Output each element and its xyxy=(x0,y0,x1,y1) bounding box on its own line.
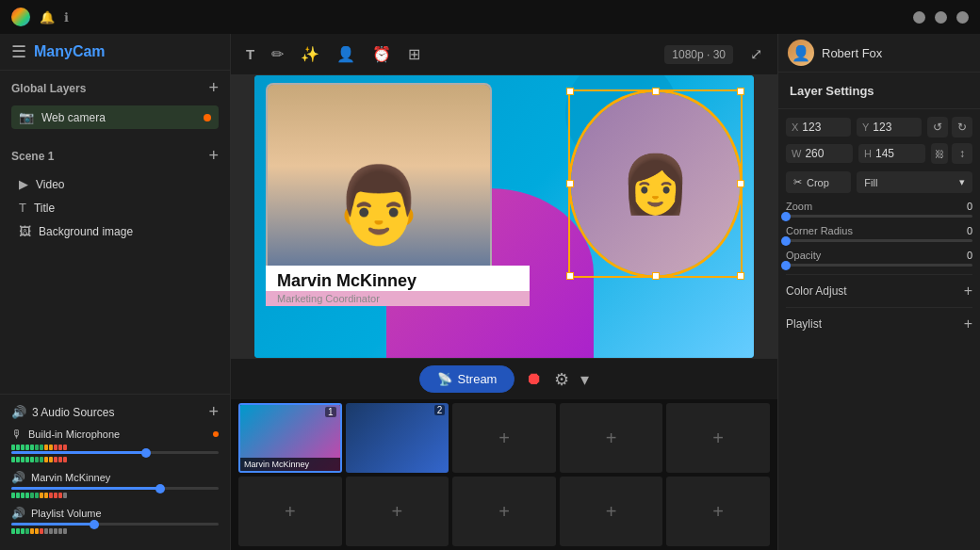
fill-chevron: ▾ xyxy=(959,176,965,188)
w-field[interactable]: W 260 xyxy=(786,144,853,163)
window-controls xyxy=(913,11,969,24)
stream-settings-icon[interactable]: ⚙ xyxy=(554,369,569,390)
y-field[interactable]: Y 123 xyxy=(857,118,922,137)
audio-section: 🔊 3 Audio Sources + 🎙 Build-in Microphon… xyxy=(0,394,230,550)
scene-thumb-5[interactable]: + xyxy=(666,403,770,473)
speaker-icon: 🔊 xyxy=(11,405,26,419)
xy-actions: ↺ ↻ xyxy=(927,117,972,138)
mic-volume-slider[interactable] xyxy=(11,451,219,454)
web-camera-layer[interactable]: 📷 Web camera xyxy=(11,105,219,129)
camera-icon: 📷 xyxy=(19,110,34,124)
marvin-audio-name: Marvin McKinney xyxy=(31,472,110,483)
maximize-button[interactable] xyxy=(935,11,947,24)
stream-expand-icon[interactable]: ▾ xyxy=(580,369,589,390)
add-scene-layer-button[interactable]: + xyxy=(208,146,219,166)
scene-thumb-4[interactable]: + xyxy=(560,403,663,473)
color-adjust-label: Color Adjust xyxy=(786,284,847,298)
scene-thumb-9[interactable]: + xyxy=(560,477,663,546)
x-value: 123 xyxy=(802,121,845,134)
add-scene-3-icon: + xyxy=(498,428,510,449)
scene-thumb-2-number: 2 xyxy=(434,405,446,415)
speaker-3-icon: 🔊 xyxy=(11,507,25,520)
h-label: H xyxy=(864,148,872,159)
zoom-value: 0 xyxy=(967,201,972,212)
global-layers-section: Global Layers + 📷 Web camera xyxy=(0,71,230,138)
info-icon[interactable]: ℹ xyxy=(64,10,69,24)
video-layer[interactable]: ▶ Video xyxy=(11,173,219,195)
corner-radius-value: 0 xyxy=(967,225,972,236)
stream-icon: 📡 xyxy=(437,372,452,386)
mic-icon: 🎙 xyxy=(11,428,23,441)
image-icon: 🖼 xyxy=(19,224,31,238)
record-button[interactable]: ⏺ xyxy=(526,369,543,389)
playlist-volume-slider[interactable] xyxy=(11,523,219,526)
h-value: 145 xyxy=(875,147,920,160)
close-button[interactable] xyxy=(956,11,969,24)
marvin-volume-slider[interactable] xyxy=(11,487,219,490)
scene-title: Scene 1 xyxy=(11,150,54,163)
person-remove-icon[interactable]: 👤 xyxy=(336,45,355,63)
playlist-audio-name: Playlist Volume xyxy=(31,508,102,519)
scene-thumb-8[interactable]: + xyxy=(452,477,556,546)
add-scene-6-icon: + xyxy=(285,501,296,523)
app-icon[interactable] xyxy=(11,8,30,26)
link-aspect-button[interactable]: ⛓ xyxy=(931,143,948,164)
stream-button[interactable]: 📡 Stream xyxy=(419,365,515,393)
top-bar: 🔔 ℹ xyxy=(0,0,980,34)
minimize-button[interactable] xyxy=(913,11,925,24)
second-video-layer[interactable]: 👩 xyxy=(568,89,743,278)
scene-thumb-2[interactable]: 2 xyxy=(346,403,449,473)
crop-button[interactable]: ✂ Crop xyxy=(786,171,851,193)
scene-thumb-1-label: Marvin McKinney xyxy=(240,458,340,471)
scene-thumb-1[interactable]: 1 Marvin McKinney xyxy=(238,403,342,473)
menu-icon[interactable]: ☰ xyxy=(11,41,26,62)
opacity-label-row: Opacity 0 xyxy=(786,250,972,261)
effects-icon[interactable]: ✨ xyxy=(301,45,319,63)
background-image-layer[interactable]: 🖼 Background image xyxy=(11,220,219,242)
scene-section: Scene 1 + ▶ Video T Title 🖼 Background i… xyxy=(0,138,230,251)
main-layout: ☰ ManyCam Global Layers + 📷 Web camera S… xyxy=(0,34,980,550)
crop-label: Crop xyxy=(807,177,829,188)
person-title: Marketing Coordinator xyxy=(266,291,530,306)
title-layer[interactable]: T Title xyxy=(11,197,219,218)
global-layers-title: Global Layers xyxy=(11,82,86,95)
main-video-layer[interactable]: 👨 xyxy=(266,83,492,290)
layer-settings: X 123 Y 123 ↺ ↻ W 260 H xyxy=(778,109,980,348)
x-field[interactable]: X 123 xyxy=(786,118,851,137)
left-sidebar: ☰ ManyCam Global Layers + 📷 Web camera S… xyxy=(0,34,231,550)
panel-title: Layer Settings xyxy=(790,84,874,98)
clock-icon[interactable]: ⏰ xyxy=(372,45,391,63)
scene-thumb-10[interactable]: + xyxy=(666,477,770,546)
add-global-layer-button[interactable]: + xyxy=(208,78,219,98)
playlist-label: Playlist xyxy=(786,317,822,331)
scene-thumb-7[interactable]: + xyxy=(346,477,449,546)
fill-select[interactable]: Fill ▾ xyxy=(857,171,972,193)
playlist-section[interactable]: Playlist + xyxy=(786,307,972,340)
opacity-value: 0 xyxy=(967,250,972,261)
main-video-content: 👨 xyxy=(268,85,490,288)
fullscreen-icon[interactable]: ⤢ xyxy=(750,45,762,63)
scene-grid: 1 Marvin McKinney 2 + + + + + xyxy=(231,399,777,550)
add-audio-source-button[interactable]: + xyxy=(208,402,219,422)
h-field[interactable]: H 145 xyxy=(858,144,925,163)
zoom-slider[interactable] xyxy=(786,215,972,218)
color-adjust-section[interactable]: Color Adjust + xyxy=(786,274,972,307)
resolution-selector[interactable]: 1080p · 30 xyxy=(664,45,733,64)
wh-extra-button[interactable]: ↕ xyxy=(952,143,972,164)
scene-thumb-1-number: 1 xyxy=(325,407,336,417)
bell-icon[interactable]: 🔔 xyxy=(40,10,55,24)
sync-position-button[interactable]: ↻ xyxy=(952,117,972,138)
audio-item-microphone-header: 🎙 Build-in Microphone xyxy=(11,428,219,441)
pen-tool-icon[interactable]: ✏ xyxy=(271,45,284,63)
preview-canvas: 👨 Marvin McKinney Marketing Coordinator … xyxy=(254,75,754,358)
speaker-2-icon: 🔊 xyxy=(11,471,25,484)
grid-icon[interactable]: ⊞ xyxy=(408,45,420,63)
microphone-name: Build-in Microphone xyxy=(28,429,120,440)
opacity-slider[interactable] xyxy=(786,264,972,267)
text-tool-icon[interactable]: T xyxy=(246,46,254,62)
reset-position-button[interactable]: ↺ xyxy=(927,117,948,138)
scene-thumb-3[interactable]: + xyxy=(452,403,556,473)
zoom-label-row: Zoom 0 xyxy=(786,201,972,212)
scene-thumb-6[interactable]: + xyxy=(238,477,342,546)
corner-radius-slider[interactable] xyxy=(786,239,972,242)
